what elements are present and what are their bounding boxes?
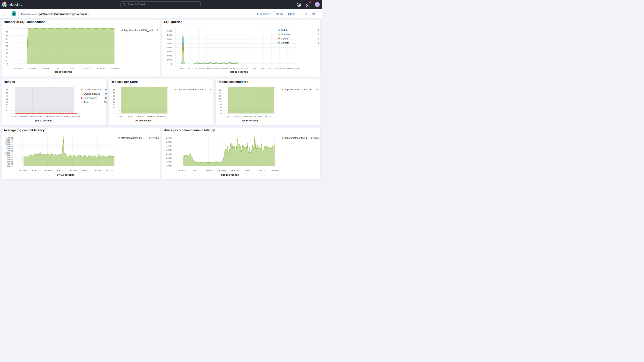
svg-text:70: 70 [219,92,222,94]
svg-text:15:52:00: 15:52:00 [227,68,235,70]
svg-text:0.3: 0.3 [6,52,8,54]
svg-text:15:54:00: 15:54:00 [46,116,54,118]
svg-text:0: 0 [105,96,106,100]
svg-text:Updates: Updates [281,33,290,36]
svg-text:16:00:00: 16:00:00 [72,116,80,118]
svg-text:0.4: 0.4 [6,48,8,51]
svg-text:60: 60 [6,95,8,97]
svg-text:15:58:00: 15:58:00 [276,68,283,70]
svg-text:15:55:00: 15:55:00 [254,116,262,118]
svg-text:89: 89 [210,88,212,91]
svg-text:80: 80 [6,89,8,91]
svg-text:10,000: 10,000 [166,42,172,44]
svg-text:40: 40 [112,101,115,103]
svg-text:20: 20 [6,106,8,109]
svg-text:per 10 seconds: per 10 seconds [230,70,248,73]
svg-text:10: 10 [219,110,222,112]
svg-text:15:52:00: 15:52:00 [218,170,226,172]
svg-text:per 10 seconds: per 10 seconds [135,119,152,122]
svg-text:per 10 seconds: per 10 seconds [35,119,52,122]
svg-text:15:58:00: 15:58:00 [258,170,265,172]
svg-text:15:50:00: 15:50:00 [42,67,49,70]
svg-text:per 10 seconds: per 10 seconds [57,174,74,176]
svg-text:1: 1 [7,27,8,30]
svg-text:40: 40 [219,101,222,103]
svg-text:89: 89 [104,101,106,104]
svg-text:0: 0 [318,33,319,36]
svg-text:15:46:00: 15:46:00 [14,67,22,70]
svg-text:15:49:00: 15:49:00 [127,116,135,118]
svg-text:50: 50 [6,98,8,100]
svg-text:45.00ms: 45.00ms [6,146,13,148]
svg-text:15:52:00: 15:52:00 [37,116,45,118]
svg-text:0.1: 0.1 [6,59,8,61]
svg-text:0.05ms: 0.05ms [166,161,172,163]
svg-text:15:48:00: 15:48:00 [191,170,199,172]
svg-text:15:54:00: 15:54:00 [69,67,77,70]
svg-text:15:52:00: 15:52:00 [55,67,63,70]
svg-text:0: 0 [105,88,106,91]
svg-text:30: 30 [219,104,222,106]
svg-text:0.6: 0.6 [6,42,8,44]
svg-text:15:52:00: 15:52:00 [244,116,252,118]
svg-text:15:56:00: 15:56:00 [83,67,91,70]
svg-text:15:46:00: 15:46:00 [11,116,19,118]
svg-text:40.00ms: 40.00ms [6,148,13,150]
svg-text:Deletes: Deletes [281,28,290,32]
svg-text:60: 60 [112,95,115,97]
svg-text:15:58:00: 15:58:00 [264,116,271,118]
svg-text:http://localhost:8080...: http://localhost:8080... [284,136,309,139]
svg-text:80: 80 [112,89,115,91]
svg-text:15:52:00: 15:52:00 [56,170,64,172]
svg-text:http://localhost:8080/_sta...: http://localhost:8080/_sta... [178,88,208,91]
svg-text:6,000: 6,000 [167,50,172,52]
svg-text:10.00ms: 10.00ms [6,161,13,163]
svg-text:15:56:00: 15:56:00 [244,170,252,172]
svg-text:30.00ms: 30.00ms [6,152,13,154]
svg-text:5.00ms: 5.00ms [6,163,13,165]
svg-text:15:48:00: 15:48:00 [31,170,39,172]
svg-text:15:55:00: 15:55:00 [147,116,155,118]
svg-text:15:54:00: 15:54:00 [243,68,251,70]
svg-text:15:58:00: 15:58:00 [63,116,71,118]
svg-text:0: 0 [7,112,8,114]
svg-text:4,000: 4,000 [167,54,172,57]
svg-text:15:46:00: 15:46:00 [224,116,232,118]
svg-text:1: 1 [157,29,158,32]
svg-text:40: 40 [6,101,8,103]
svg-text:50.00ms: 50.00ms [6,144,13,146]
svg-text:0: 0 [318,28,319,32]
svg-text:10: 10 [6,110,8,112]
svg-text:15:54:00: 15:54:00 [68,170,76,172]
svg-text:15:46:00: 15:46:00 [117,116,125,118]
svg-text:15:56:00: 15:56:00 [81,170,89,172]
svg-text:per 10 seconds: per 10 seconds [242,119,258,122]
svg-text:15:48:00: 15:48:00 [195,68,202,70]
svg-text:80: 80 [219,89,222,91]
svg-text:10: 10 [112,110,115,112]
svg-text:15:50:00: 15:50:00 [204,170,212,172]
svg-text:22.74ms: 22.74ms [149,136,159,139]
svg-text:Inserts: Inserts [281,37,289,40]
svg-text:Unavailable: Unavailable [84,96,97,100]
svg-text:15:58:00: 15:58:00 [94,170,102,172]
svg-text:8,000: 8,000 [167,46,172,48]
svg-text:0.5: 0.5 [6,45,8,47]
svg-text:2,000: 2,000 [167,58,172,61]
svg-text:15:49:00: 15:49:00 [234,116,242,118]
svg-text:14,000: 14,000 [166,34,172,36]
svg-text:Total: Total [84,101,89,104]
svg-text:15:46:00: 15:46:00 [178,68,186,70]
svg-text:0.00ms: 0.00ms [166,165,172,167]
svg-text:50: 50 [219,98,222,100]
svg-text:Underreplicated: Underreplicated [84,88,102,91]
svg-text:0.15ms: 0.15ms [166,153,172,155]
svg-text:0.26ms: 0.26ms [310,136,319,139]
svg-text:65.00ms: 65.00ms [6,137,13,139]
svg-text:15:46:00: 15:46:00 [18,170,26,172]
svg-text:0.25ms: 0.25ms [166,145,172,147]
svg-text:16,000: 16,000 [166,30,172,32]
svg-text:15:54:00: 15:54:00 [231,170,239,172]
svg-text:55.00ms: 55.00ms [6,141,13,144]
svg-text:15:47:00: 15:47:00 [187,68,194,70]
